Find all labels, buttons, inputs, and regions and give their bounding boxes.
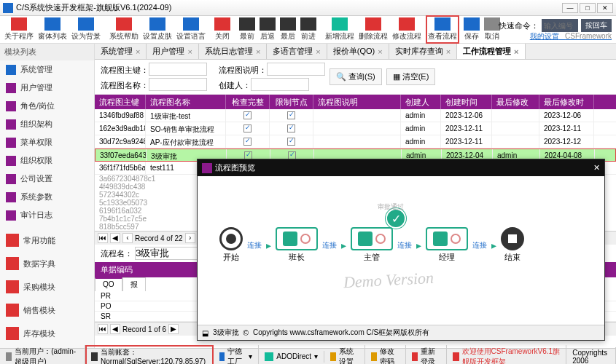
close-button[interactable]: ✕ bbox=[597, 3, 613, 13]
toolbar-关于程序[interactable]: 关于程序 bbox=[4, 17, 34, 41]
tab-多语言管理[interactable]: 多语言管理× bbox=[267, 44, 327, 59]
module-常用功能[interactable]: 常用功能 bbox=[0, 229, 94, 252]
pager-text: Record 4 of 22 bbox=[135, 234, 183, 242]
sidebar: 模块列表 系统管理用户管理角色/岗位组织架构菜单权限组织权限公司设置系统参数审计… bbox=[0, 44, 95, 348]
module-采购模块[interactable]: 采购模块 bbox=[0, 275, 94, 298]
toolbar-后退[interactable]: 后退 bbox=[260, 17, 276, 41]
table-row[interactable]: 162e3d9adb18SO-销售单审批流程admin2023-12-11202… bbox=[95, 122, 616, 135]
col-4[interactable]: 流程图说明 bbox=[313, 95, 401, 109]
tab-系统日志管理[interactable]: 系统日志管理× bbox=[199, 44, 267, 59]
toolbar-设置皮肤[interactable]: 设置皮肤 bbox=[143, 17, 172, 41]
search-button[interactable]: 🔍查询(S) bbox=[330, 68, 382, 85]
status-connection: 当前账套：Normal(SqlServer:120.79.85.97) bbox=[85, 345, 214, 364]
tab-close[interactable]: × bbox=[256, 47, 260, 56]
toolbar-最前[interactable]: 最前 bbox=[239, 17, 255, 41]
sidebar-item-组织架构[interactable]: 组织架构 bbox=[0, 115, 94, 133]
flow-link[interactable]: 连接 bbox=[322, 240, 337, 250]
filter-key-input[interactable] bbox=[149, 63, 207, 76]
flow-link[interactable]: 连接 bbox=[397, 240, 412, 250]
flow-node-1[interactable]: 班长 bbox=[276, 227, 318, 263]
flow-start[interactable]: 开始 bbox=[219, 227, 243, 263]
flow-node-3[interactable]: 经理 bbox=[426, 227, 468, 263]
col-8[interactable]: 最后修改时间 bbox=[539, 95, 594, 109]
flow-link[interactable]: 连接 bbox=[472, 240, 487, 250]
module-icon bbox=[6, 304, 19, 317]
status-factory[interactable]: 宁德工厂 ▾ bbox=[214, 345, 259, 365]
tab-close[interactable]: × bbox=[136, 47, 140, 56]
toolbar-系统帮助[interactable]: 系统帮助 bbox=[109, 17, 139, 41]
tab-close[interactable]: × bbox=[378, 47, 382, 56]
col-0[interactable]: 流程图主键 bbox=[95, 95, 146, 109]
relogin-icon bbox=[412, 352, 418, 361]
tab-close[interactable]: × bbox=[187, 47, 192, 56]
toolbar-前进[interactable]: 前进 bbox=[300, 17, 316, 41]
sidebar-item-公司设置[interactable]: 公司设置 bbox=[0, 170, 94, 188]
flow-node-2[interactable]: 主管 bbox=[351, 227, 393, 263]
status-ado[interactable]: ADODirect ▾ bbox=[259, 351, 324, 363]
filter-desc-input[interactable] bbox=[267, 63, 325, 76]
col-6[interactable]: 创建时间 bbox=[441, 95, 492, 109]
sidebar-item-系统管理[interactable]: 系统管理 bbox=[0, 60, 94, 79]
toolbar-设为背景[interactable]: 设为背景 bbox=[71, 17, 101, 41]
prev-rec[interactable]: ‹ bbox=[122, 233, 133, 243]
col-5[interactable]: 创建人 bbox=[401, 95, 441, 109]
toolbar-最后[interactable]: 最后 bbox=[280, 17, 296, 41]
sub-tab-报[interactable]: 报 bbox=[122, 277, 146, 291]
flow-diagram: 开始 连接▸ 班长 连接▸ 主管 连接▸ 经理 连接▸ 结束 bbox=[219, 227, 524, 263]
toolbar-保存[interactable]: 保存 bbox=[464, 17, 480, 41]
toolbar-取消[interactable]: 取消 bbox=[484, 17, 500, 41]
my-settings-link[interactable]: 我的设置 CSFramework bbox=[530, 31, 612, 41]
quick-input[interactable] bbox=[542, 19, 578, 32]
filter-creator-input[interactable] bbox=[251, 78, 309, 91]
tab-报价单(QO)[interactable]: 报价单(QO)× bbox=[327, 44, 389, 59]
col-2[interactable]: 检查完整性 bbox=[226, 95, 270, 109]
flow-end[interactable]: 结束 bbox=[501, 227, 524, 263]
sub-tab-QO[interactable]: QO bbox=[95, 277, 122, 291]
toolbar-修改流程[interactable]: 修改流程 bbox=[392, 17, 421, 41]
col-3[interactable]: 限制节点数量 bbox=[270, 95, 313, 109]
module-数据字典[interactable]: 数据字典 bbox=[0, 252, 94, 275]
status-password[interactable]: 修改密码 bbox=[365, 345, 406, 365]
sidebar-item-组织权限[interactable]: 组织权限 bbox=[0, 151, 94, 170]
sub-prev[interactable]: ◀ bbox=[110, 324, 120, 334]
tab-close[interactable]: × bbox=[514, 47, 518, 56]
toolbar-窗体列表[interactable]: 窗体列表 bbox=[38, 17, 67, 41]
module-库存模块[interactable]: 库存模块 bbox=[0, 322, 94, 345]
toolbar-新增流程[interactable]: 新增流程 bbox=[325, 17, 354, 41]
toolbar-查看流程[interactable]: 查看流程 bbox=[426, 15, 459, 44]
table-row[interactable]: 30d72c9a9248AP-应付款审批流程admin2023-12-11202… bbox=[95, 135, 616, 149]
toolbar-关闭[interactable]: 关闭 bbox=[214, 17, 230, 41]
col-7[interactable]: 最后修改人 bbox=[492, 95, 539, 109]
toolbar-删除流程[interactable]: 删除流程 bbox=[359, 17, 388, 41]
sub-first[interactable]: ⏮ bbox=[98, 324, 108, 334]
tab-close[interactable]: × bbox=[316, 47, 320, 56]
sidebar-item-系统参数[interactable]: 系统参数 bbox=[0, 188, 94, 206]
sub-next[interactable]: ▶ bbox=[168, 324, 179, 334]
table-row[interactable]: 1346fbd9af881级审批-testadmin2023-12-062023… bbox=[95, 109, 616, 122]
tab-用户管理[interactable]: 用户管理× bbox=[147, 44, 198, 59]
module-销售模块[interactable]: 销售模块 bbox=[0, 298, 94, 322]
status-relogin[interactable]: 重新登录 bbox=[406, 345, 447, 365]
minimize-button[interactable]: — bbox=[562, 3, 578, 13]
sidebar-item-菜单权限[interactable]: 菜单权限 bbox=[0, 133, 94, 151]
sidebar-item-审计日志[interactable]: 审计日志 bbox=[0, 206, 94, 224]
sidebar-item-角色/岗位[interactable]: 角色/岗位 bbox=[0, 97, 94, 115]
next-rec[interactable]: › bbox=[185, 233, 195, 243]
tab-系统管理[interactable]: 系统管理× bbox=[95, 44, 147, 59]
tab-工作流程管理[interactable]: 工作流程管理× bbox=[457, 44, 525, 59]
toolbar-设置语言[interactable]: 设置语言 bbox=[176, 17, 206, 41]
tab-实时库存查询[interactable]: 实时库存查询× bbox=[389, 44, 457, 59]
preview-close[interactable]: ✕ bbox=[593, 163, 600, 173]
clear-button[interactable]: ▦清空(E) bbox=[386, 68, 436, 85]
sidebar-item-用户管理[interactable]: 用户管理 bbox=[0, 79, 94, 97]
prev-page[interactable]: ◀ bbox=[110, 233, 120, 243]
filter-name-input[interactable] bbox=[149, 78, 207, 91]
maximize-button[interactable]: □ bbox=[580, 3, 596, 13]
tab-close[interactable]: × bbox=[446, 47, 451, 56]
first-page[interactable]: ⏮ bbox=[98, 233, 108, 243]
col-1[interactable]: 流程图名称 bbox=[146, 95, 226, 109]
sidebar-icon bbox=[6, 192, 16, 202]
status-settings[interactable]: 系统设置 bbox=[324, 345, 365, 365]
flow-link[interactable]: 连接 bbox=[247, 240, 262, 250]
quick-submit[interactable]: 按回车 bbox=[581, 19, 612, 32]
